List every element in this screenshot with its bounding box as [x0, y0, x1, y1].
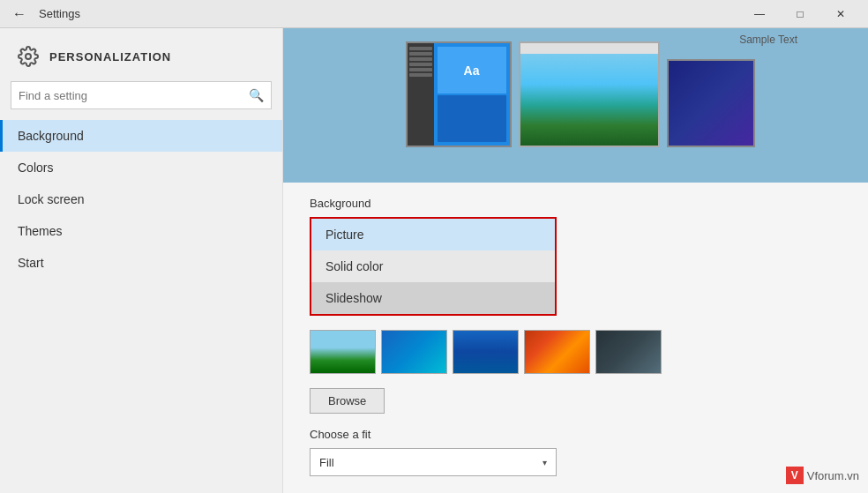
back-icon: ←	[12, 6, 26, 22]
thumbnail-4[interactable]	[524, 330, 590, 374]
fill-dropdown[interactable]: Fill ▾	[310, 448, 557, 476]
choose-fit-label: Choose a fit	[310, 428, 842, 441]
thumbnail-3[interactable]	[453, 330, 519, 374]
preview-screen-middle	[519, 41, 660, 147]
maximize-button[interactable]: □	[780, 0, 820, 28]
browse-button[interactable]: Browse	[310, 388, 385, 414]
sidebar-item-colors[interactable]: Colors	[0, 152, 282, 183]
content-body: Background Picture Solid color Slideshow…	[283, 183, 868, 490]
background-dropdown[interactable]: Picture Solid color Slideshow	[310, 217, 557, 316]
thumbnail-2[interactable]	[381, 330, 447, 374]
preview-screen-left: Aa	[406, 41, 512, 147]
sidebar-nav: Background Colors Lock screen Themes Sta…	[0, 120, 282, 493]
window-title: Settings	[32, 7, 739, 20]
watermark-v: V	[786, 467, 804, 484]
background-label: Background	[310, 197, 842, 210]
window-controls: — □ ✕	[739, 0, 861, 28]
watermark-text: Vforum.vn	[807, 469, 859, 482]
sidebar-header: PERSONALIZATION	[0, 28, 282, 81]
back-button[interactable]: ←	[7, 2, 32, 26]
thumbnails-row	[310, 330, 842, 374]
thumbnail-5[interactable]	[595, 330, 662, 374]
chevron-down-icon: ▾	[542, 458, 547, 467]
close-button[interactable]: ✕	[820, 0, 861, 28]
titlebar: ← Settings — □ ✕	[0, 0, 868, 28]
preview-screen-right	[667, 59, 755, 147]
sidebar: PERSONALIZATION 🔍 Background Colors Lock…	[0, 28, 282, 493]
option-picture[interactable]: Picture	[311, 219, 555, 250]
svg-point-0	[26, 54, 31, 59]
sidebar-item-lockscreen[interactable]: Lock screen	[0, 183, 282, 215]
option-slideshow[interactable]: Slideshow	[311, 282, 555, 314]
mock-sidebar	[408, 43, 434, 146]
sidebar-title: PERSONALIZATION	[49, 50, 171, 63]
watermark: V Vforum.vn	[786, 467, 859, 484]
thumbnail-1[interactable]	[310, 330, 376, 374]
search-input[interactable]	[19, 89, 249, 102]
sidebar-item-themes[interactable]: Themes	[0, 215, 282, 247]
fill-value: Fill	[319, 456, 334, 469]
search-icon: 🔍	[249, 88, 264, 102]
background-dropdown-wrapper: Picture Solid color Slideshow	[310, 217, 842, 316]
sidebar-item-start[interactable]: Start	[0, 247, 282, 279]
main-content: PERSONALIZATION 🔍 Background Colors Lock…	[0, 28, 868, 493]
search-box[interactable]: 🔍	[11, 81, 272, 109]
right-panel: Sample Text Aa	[282, 28, 868, 493]
preview-sample-label: Sample Text	[739, 34, 797, 46]
sidebar-item-background[interactable]: Background	[0, 120, 282, 152]
minimize-button[interactable]: —	[739, 0, 780, 28]
option-solid-color[interactable]: Solid color	[311, 250, 555, 282]
preview-screens: Aa	[397, 28, 755, 147]
gear-icon	[18, 46, 39, 67]
mock-content: Aa	[434, 43, 510, 146]
preview-area: Sample Text Aa	[283, 28, 868, 183]
